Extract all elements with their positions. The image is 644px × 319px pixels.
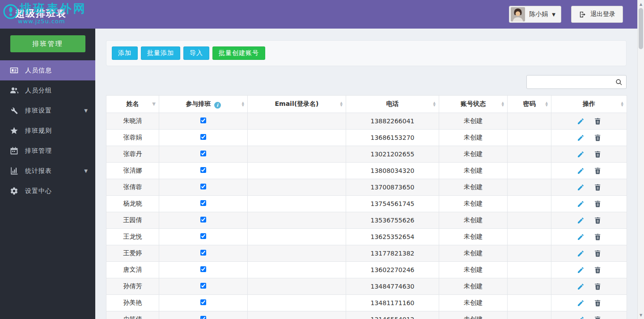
edit-button[interactable] xyxy=(577,167,585,175)
pencil-icon xyxy=(577,200,585,208)
cell-phone: 13536755626 xyxy=(346,212,439,229)
page-scrollbar[interactable]: ▲ ▼ xyxy=(637,0,644,319)
scheduled-checkbox[interactable] xyxy=(200,118,206,123)
sidebar-item-shift-settings[interactable]: 排班设置 ▼ xyxy=(0,101,95,121)
cell-password xyxy=(508,245,551,262)
add-button[interactable]: 添加 xyxy=(112,46,138,60)
delete-button[interactable] xyxy=(594,316,602,319)
sort-icon[interactable]: ▼ xyxy=(152,102,156,106)
info-icon[interactable]: i xyxy=(214,102,221,109)
delete-button[interactable] xyxy=(594,233,602,241)
edit-button[interactable] xyxy=(577,134,585,142)
cell-name: 张清娜 xyxy=(106,163,159,179)
pencil-icon xyxy=(577,184,585,191)
edit-button[interactable] xyxy=(577,283,585,290)
app-header: 超级排班表 排班表外网 www.jz5u.com 陈小娟 ▼ xyxy=(0,0,637,29)
schedule-manage-button[interactable]: 排班管理 xyxy=(10,35,85,52)
delete-button[interactable] xyxy=(594,134,602,142)
cell-phone: 13882266041 xyxy=(346,113,439,130)
scheduled-checkbox[interactable] xyxy=(200,184,206,189)
sidebar-nav: 人员信息 ▼ 人员分组 ▼ 排班设置 ▼ 排班规则 ▼ xyxy=(0,60,95,201)
col-header-scheduled[interactable]: 参与排班i ▲▼ xyxy=(159,96,248,113)
delete-button[interactable] xyxy=(594,200,602,208)
edit-button[interactable] xyxy=(577,151,585,158)
scrollbar-down-arrow[interactable]: ▼ xyxy=(638,311,644,319)
edit-button[interactable] xyxy=(577,217,585,224)
search-input[interactable] xyxy=(527,76,626,88)
pencil-icon xyxy=(577,134,585,142)
edit-button[interactable] xyxy=(577,233,585,241)
sidebar-item-shift-manage[interactable]: 排班管理 ▼ xyxy=(0,141,95,161)
scrollbar-up-arrow[interactable]: ▲ xyxy=(638,0,644,8)
col-header-actions[interactable]: 操作 ▲▼ xyxy=(551,96,627,113)
edit-button[interactable] xyxy=(577,200,585,208)
pencil-icon xyxy=(577,283,585,290)
cell-name: 王园倩 xyxy=(106,212,159,229)
scheduled-checkbox[interactable] xyxy=(200,250,206,256)
scheduled-checkbox[interactable] xyxy=(200,217,206,222)
table-row: 王园倩 13536755626 未创建 xyxy=(106,212,627,229)
logout-button[interactable]: 退出登录 xyxy=(571,6,623,23)
delete-button[interactable] xyxy=(594,151,602,158)
scheduled-checkbox[interactable] xyxy=(200,167,206,173)
scheduled-checkbox[interactable] xyxy=(200,283,206,289)
sidebar-item-label: 排班管理 xyxy=(25,147,84,155)
delete-button[interactable] xyxy=(594,184,602,191)
cell-email xyxy=(248,295,346,311)
sort-icon[interactable]: ▲▼ xyxy=(621,101,623,107)
cell-scheduled xyxy=(159,179,248,196)
edit-button[interactable] xyxy=(577,184,585,191)
cell-password xyxy=(508,262,551,278)
scheduled-checkbox[interactable] xyxy=(200,134,206,140)
edit-button[interactable] xyxy=(577,118,585,125)
edit-button[interactable] xyxy=(577,266,585,274)
cell-actions xyxy=(551,130,627,146)
search-row xyxy=(106,75,627,89)
cell-password xyxy=(508,130,551,146)
scrollbar-thumb[interactable] xyxy=(639,8,643,49)
delete-button[interactable] xyxy=(594,167,602,175)
sort-icon[interactable]: ▲▼ xyxy=(433,101,436,107)
col-header-status[interactable]: 账号状态 ▲▼ xyxy=(439,96,508,113)
delete-button[interactable] xyxy=(594,299,602,307)
cell-password xyxy=(508,196,551,212)
col-header-name[interactable]: 姓名 ▼ xyxy=(106,96,159,113)
scheduled-checkbox[interactable] xyxy=(200,151,206,156)
logout-icon xyxy=(579,11,586,18)
cell-name: 朱晓清 xyxy=(106,113,159,130)
batch-create-accounts-button[interactable]: 批量创建账号 xyxy=(212,46,265,60)
col-header-phone[interactable]: 电话 ▲▼ xyxy=(346,96,439,113)
edit-button[interactable] xyxy=(577,299,585,307)
scheduled-checkbox[interactable] xyxy=(200,200,206,206)
edit-button[interactable] xyxy=(577,316,585,319)
id-card-icon xyxy=(10,66,18,75)
delete-button[interactable] xyxy=(594,217,602,224)
sidebar-item-reports[interactable]: 统计报表 ▼ xyxy=(0,161,95,181)
scheduled-checkbox[interactable] xyxy=(200,266,206,272)
cell-actions xyxy=(551,245,627,262)
batch-add-button[interactable]: 批量添加 xyxy=(141,46,180,60)
sidebar-item-personnel-group[interactable]: 人员分组 ▼ xyxy=(0,80,95,101)
delete-button[interactable] xyxy=(594,118,602,125)
sidebar-item-shift-rules[interactable]: 排班规则 ▼ xyxy=(0,121,95,141)
import-button[interactable]: 导入 xyxy=(183,46,209,60)
sort-icon[interactable]: ▲▼ xyxy=(546,101,548,107)
cell-status: 未创建 xyxy=(439,295,508,311)
sidebar-item-personnel-info[interactable]: 人员信息 ▼ xyxy=(0,60,95,80)
delete-button[interactable] xyxy=(594,250,602,257)
sort-icon[interactable]: ▲▼ xyxy=(502,101,504,107)
col-header-password[interactable]: 密码 ▲▼ xyxy=(508,96,551,113)
edit-button[interactable] xyxy=(577,250,585,257)
scheduled-checkbox[interactable] xyxy=(200,233,206,239)
sort-icon[interactable]: ▲▼ xyxy=(242,101,244,107)
delete-button[interactable] xyxy=(594,266,602,274)
scheduled-checkbox[interactable] xyxy=(200,316,206,319)
sidebar-item-settings-center[interactable]: 设置中心 ▼ xyxy=(0,181,95,201)
scheduled-checkbox[interactable] xyxy=(200,299,206,305)
cell-password xyxy=(508,113,551,130)
sort-icon[interactable]: ▲▼ xyxy=(340,101,343,107)
user-menu-button[interactable]: 陈小娟 ▼ xyxy=(509,6,561,23)
delete-button[interactable] xyxy=(594,283,602,290)
col-header-email[interactable]: Email(登录名) ▲▼ xyxy=(248,96,346,113)
search-icon[interactable] xyxy=(615,79,623,86)
